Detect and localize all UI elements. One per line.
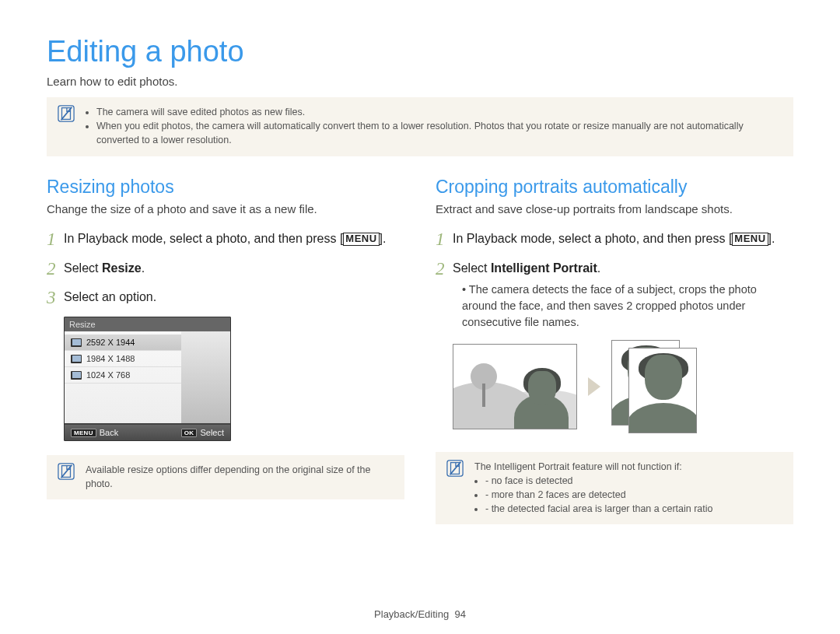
right-footnote-1: no face is detected: [485, 474, 713, 488]
top-note-1: The camera will save edited photos as ne…: [96, 105, 782, 119]
left-column: Resizing photos Change the size of a pho…: [47, 177, 404, 544]
lcd-option-2: 1984 X 1488: [65, 351, 181, 367]
note-icon: [58, 463, 75, 491]
portrait-illustration: [453, 340, 793, 433]
lcd-back-button: MENUBack: [71, 428, 118, 437]
page-footer: Playback/Editing 94: [0, 608, 840, 620]
note-icon: [446, 460, 464, 517]
r-step-1-text: In Playback mode, select a photo, and th…: [453, 229, 793, 249]
resolution-icon: [71, 338, 82, 347]
left-footnote: Available resize options differ dependin…: [86, 463, 394, 491]
lcd-option-3: 1024 X 768: [65, 367, 181, 384]
arrow-icon: [588, 377, 600, 396]
step-3-number: 3: [47, 288, 64, 307]
landscape-thumb: [453, 344, 577, 429]
r-step-1-number: 1: [436, 229, 453, 249]
r-step-2-number: 2: [436, 259, 453, 278]
step-2-number: 2: [47, 259, 64, 278]
page-intro: Learn how to edit photos.: [47, 75, 793, 88]
section-title-cropping: Cropping portraits automatically: [436, 177, 793, 198]
lcd-select-button: OKSelect: [181, 428, 224, 437]
right-footnote-2: more than 2 faces are detected: [485, 488, 713, 502]
lcd-title: Resize: [65, 317, 230, 331]
menu-key-icon: MENU: [343, 233, 379, 245]
section-sub-cropping: Extract and save close-up portraits from…: [436, 202, 793, 215]
right-footnote-lead: The Intelligent Portrait feature will no…: [474, 461, 682, 472]
step-2-text: Select Resize.: [64, 259, 404, 278]
step-1-text: In Playback mode, select a photo, and th…: [64, 229, 404, 249]
top-note-box: The camera will save edited photos as ne…: [47, 97, 793, 156]
r-step-2-sub: The camera detects the face of a subject…: [462, 282, 793, 331]
step-1-number: 1: [47, 229, 64, 249]
resolution-icon: [71, 355, 82, 363]
camera-lcd-mockup: Resize 2592 X 1944 1984 X 1488 1024 X 76…: [64, 317, 231, 441]
lcd-option-1: 2592 X 1944: [65, 335, 181, 351]
section-title-resizing: Resizing photos: [47, 177, 404, 198]
cropped-portraits: [611, 340, 697, 433]
top-note-2: When you edit photos, the camera will au…: [96, 119, 782, 147]
note-icon: [58, 105, 75, 147]
step-3-text: Select an option.: [64, 288, 404, 307]
page-title: Editing a photo: [47, 35, 793, 68]
right-footnote-3: the detected facial area is larger than …: [485, 502, 713, 516]
section-sub-resizing: Change the size of a photo and save it a…: [47, 202, 404, 215]
right-column: Cropping portraits automatically Extract…: [436, 177, 793, 544]
right-footnote-box: The Intelligent Portrait feature will no…: [436, 452, 793, 524]
left-footnote-box: Available resize options differ dependin…: [47, 455, 404, 499]
r-step-2-text: Select Intelligent Portrait.: [453, 259, 793, 278]
menu-key-icon: MENU: [732, 233, 768, 245]
resolution-icon: [71, 371, 82, 380]
